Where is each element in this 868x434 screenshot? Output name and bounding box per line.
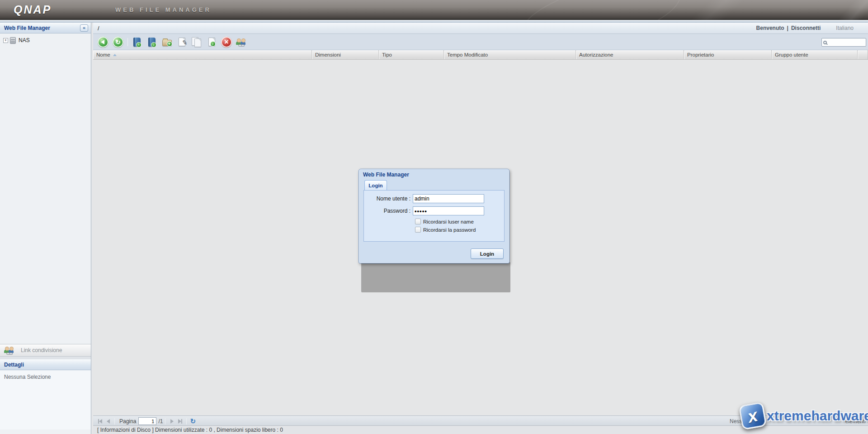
new-folder-icon: + (162, 40, 172, 46)
sidebar: Web File Manager « + NAS Link condivisio… (0, 23, 91, 434)
login-form: Nome utente : Password : Ricordarsi luse… (363, 190, 505, 242)
new-folder-button[interactable]: + (160, 36, 173, 48)
dialog-tabstrip: Login (363, 180, 505, 190)
column-header-filler (858, 50, 868, 59)
details-title: Dettagli (4, 362, 88, 368)
remember-password-checkbox[interactable] (415, 227, 421, 233)
copy-button[interactable] (190, 36, 203, 48)
sidebar-title: Web File Manager (4, 25, 80, 31)
upload-icon: ↑ (133, 38, 141, 47)
search-box (821, 38, 866, 47)
upload-button[interactable]: ↑ (131, 36, 143, 48)
next-page-icon (170, 419, 174, 424)
header-gloss-streak-2 (819, 0, 868, 20)
breadcrumb-path: / (98, 25, 756, 32)
user-links: Benvenuto | Disconnetti (756, 25, 821, 31)
first-page-button[interactable] (96, 417, 104, 425)
page-label: Pagina (119, 418, 136, 424)
rename-button[interactable]: ✎ (175, 36, 188, 48)
app-header: QNAP Web File Manager (0, 0, 868, 20)
move-button[interactable]: ↓ (205, 36, 218, 48)
remember-password-option[interactable]: Ricordarsi la password (415, 227, 476, 233)
prev-page-button[interactable] (104, 417, 112, 425)
column-header-tipo[interactable]: Tipo (379, 50, 444, 59)
details-empty-text: Nessuna Selezione (4, 374, 51, 380)
paging-separator-2 (165, 418, 165, 424)
paging-separator (114, 418, 115, 424)
logout-link[interactable]: Disconnetti (791, 25, 821, 31)
copy-icon (192, 37, 202, 47)
remember-password-label: Ricordarsi la password (423, 227, 476, 233)
qnap-logo: QNAP (14, 3, 52, 16)
refresh-icon: ↻ (113, 37, 123, 48)
last-page-icon (178, 419, 181, 424)
back-icon (98, 37, 108, 48)
remember-username-label: Ricordarsi luser name (423, 219, 474, 224)
column-header-tempo-modificato[interactable]: Tempo Modificato (444, 50, 576, 59)
sidebar-collapse-button[interactable]: « (80, 24, 88, 32)
grid-header: Nome Dimensioni Tipo Tempo Modificato Au… (93, 50, 868, 60)
delete-button[interactable]: × (220, 36, 233, 48)
remember-username-option[interactable]: Ricordarsi luser name (415, 219, 474, 224)
paging-status-fragment-left: Nessun (730, 418, 748, 424)
download-icon: ↓ (148, 38, 156, 47)
tree-item-nas[interactable]: + NAS (2, 36, 89, 44)
prev-page-icon (107, 419, 110, 424)
disk-status-bar: [ Informazioni di Disco ] Dimensioni uti… (93, 425, 868, 434)
header-gloss-streak (630, 0, 789, 20)
column-header-autorizzazione[interactable]: Autorizzazione (576, 50, 684, 59)
tree-expander-icon[interactable]: + (3, 38, 8, 43)
folder-tree: + NAS (0, 33, 91, 344)
page-total-label: /1 (158, 418, 163, 424)
app-title: Web File Manager (115, 6, 212, 13)
welcome-text: Benvenuto (756, 25, 784, 31)
details-panel-header[interactable]: Dettagli (0, 359, 91, 370)
refresh-button[interactable]: ↻ (112, 36, 124, 48)
move-icon: ↓ (208, 38, 215, 46)
share-people-icon (4, 346, 15, 355)
column-header-gruppo-utente[interactable]: Gruppo utente (772, 50, 858, 59)
tab-login[interactable]: Login (364, 180, 387, 191)
remember-username-checkbox[interactable] (415, 219, 421, 224)
column-header-proprietario[interactable]: Proprietario (684, 50, 772, 59)
page-number-input[interactable] (138, 417, 156, 425)
download-button[interactable]: ↓ (146, 36, 158, 48)
disk-status-text: [ Informazioni di Disco ] Dimensioni uti… (97, 427, 283, 433)
column-header-nome[interactable]: Nome (93, 50, 312, 59)
password-label: Password : (364, 208, 413, 214)
back-button[interactable] (97, 36, 109, 48)
sort-asc-icon (113, 54, 117, 56)
login-dialog: Web File Manager Login Nome utente : Pas… (359, 169, 509, 263)
links-divider: | (787, 25, 788, 31)
language-selector[interactable]: Italiano (836, 25, 854, 31)
dialog-title: Web File Manager (359, 169, 509, 180)
next-page-button[interactable] (168, 417, 176, 425)
search-icon (823, 41, 827, 44)
username-label: Nome utente : (364, 196, 413, 202)
toolbar: ↻ ↑ ↓ + ✎ ↓ × (93, 34, 868, 50)
paging-status-fragment-right: elementi (845, 418, 866, 424)
sidebar-header: Web File Manager « (0, 23, 91, 33)
share-link-label: Link condivisione (21, 347, 62, 353)
first-page-icon (99, 419, 102, 424)
search-input[interactable] (828, 40, 864, 45)
nas-server-icon (10, 37, 16, 44)
toolbar-separator (127, 38, 128, 46)
username-field[interactable] (413, 194, 484, 203)
tree-item-label[interactable]: NAS (19, 37, 30, 43)
last-page-button[interactable] (176, 417, 184, 425)
share-link-icon (236, 38, 247, 47)
dialog-shadow (361, 262, 510, 292)
paging-toolbar: Pagina /1 ↻ Nessun elementi (93, 415, 868, 426)
delete-icon: × (221, 37, 232, 48)
paging-refresh-icon[interactable]: ↻ (190, 417, 196, 425)
paging-separator-3 (186, 418, 187, 424)
password-field[interactable] (413, 206, 484, 215)
column-header-dimensioni[interactable]: Dimensioni (312, 50, 379, 59)
login-button[interactable]: Login (471, 248, 504, 259)
breadcrumb-bar: / Benvenuto | Disconnetti Italiano (93, 23, 868, 34)
rename-icon: ✎ (179, 38, 185, 46)
details-panel-body: Nessuna Selezione (0, 370, 91, 429)
share-link-button[interactable]: Link condivisione (0, 344, 91, 357)
share-link-toolbar-button[interactable] (235, 36, 248, 48)
